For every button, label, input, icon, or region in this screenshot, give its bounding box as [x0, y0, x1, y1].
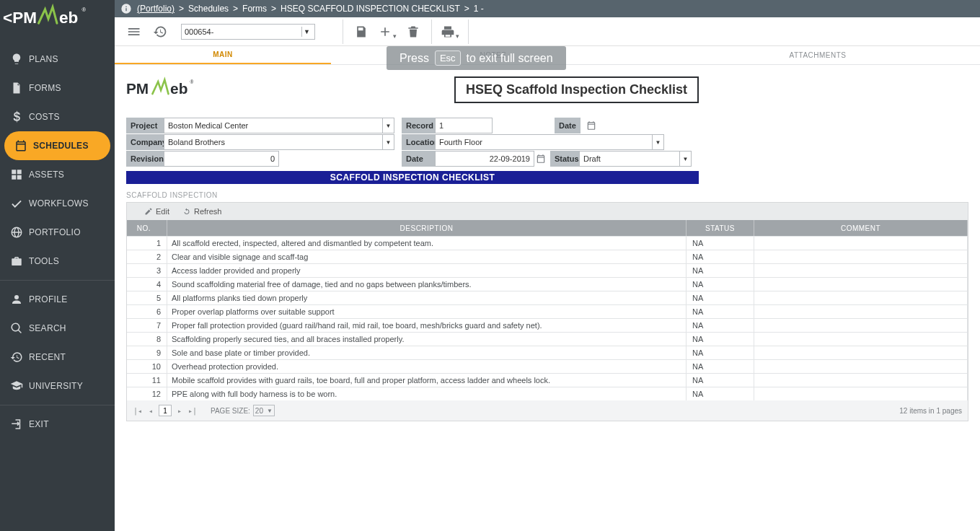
- cell-description: All scaffold erected, inspected, altered…: [167, 237, 687, 250]
- calendar-icon: [14, 139, 33, 152]
- sidebar-item-label: SCHEDULES: [33, 141, 89, 151]
- sidebar-item-costs[interactable]: COSTS: [0, 102, 115, 131]
- cell-description: Sole and base plate or timber provided.: [167, 346, 687, 359]
- cell-comment: [754, 360, 968, 373]
- add-icon[interactable]: ▾: [375, 19, 399, 44]
- sidebar-item-workflows[interactable]: WORKFLOWS: [0, 189, 115, 218]
- chevron-down-icon[interactable]: ▼: [679, 152, 691, 166]
- dollar-icon: [10, 110, 29, 123]
- sidebar-item-plans[interactable]: PLANS: [0, 45, 115, 74]
- input-record[interactable]: 1: [435, 118, 493, 133]
- history-icon[interactable]: [148, 19, 172, 44]
- record-selector[interactable]: 000654- ▼: [181, 24, 315, 40]
- input-date[interactable]: 22-09-2019: [435, 151, 534, 167]
- pager-prev-icon[interactable]: ◂: [146, 407, 156, 415]
- sidebar-item-portfolio[interactable]: PORTFOLIO: [0, 218, 115, 247]
- svg-text:eb: eb: [59, 9, 78, 27]
- save-icon[interactable]: [349, 19, 374, 44]
- pager-page-input[interactable]: [159, 405, 172, 416]
- grid-edit-button[interactable]: Edit: [144, 207, 169, 216]
- breadcrumb-separator: >: [464, 4, 469, 14]
- page-size-label: PAGE SIZE:: [211, 407, 250, 415]
- table-row[interactable]: 5All platforms planks tied down properly…: [127, 291, 968, 304]
- breadcrumb-item[interactable]: Schedules: [188, 4, 229, 14]
- history-icon: [10, 351, 29, 364]
- delete-icon[interactable]: [401, 19, 425, 44]
- sidebar-item-tools[interactable]: TOOLS: [0, 247, 115, 276]
- chevron-down-icon[interactable]: ▼: [382, 118, 394, 133]
- input-project[interactable]: Boston Medical Center ▼: [164, 118, 394, 133]
- cell-no: 9: [127, 346, 167, 359]
- sidebar-item-exit[interactable]: EXIT: [0, 410, 115, 439]
- input-status[interactable]: Draft ▼: [579, 151, 692, 167]
- breadcrumb-item[interactable]: 1 -: [474, 4, 484, 14]
- sidebar-item-forms[interactable]: FORMS: [0, 74, 115, 102]
- sidebar-item-profile[interactable]: PROFILE: [0, 285, 115, 314]
- sidebar-item-assets[interactable]: ASSETS: [0, 160, 115, 189]
- list-toggle-icon[interactable]: [122, 19, 146, 44]
- table-row[interactable]: 9Sole and base plate or timber provided.…: [127, 346, 968, 359]
- table-row[interactable]: 3Access ladder provided and properlyNA: [127, 263, 968, 277]
- cell-description: Access ladder provided and properly: [167, 264, 687, 277]
- sidebar: <PM eb ® PLANSFORMSCOSTSSCHEDULESASSETSW…: [0, 0, 115, 531]
- section-label: SCAFFOLD INSPECTION: [126, 191, 968, 199]
- grad-icon: [10, 379, 29, 392]
- table-row[interactable]: 12PPE along with full body harness is to…: [127, 387, 968, 400]
- col-header-no[interactable]: NO.: [127, 220, 167, 236]
- table-row[interactable]: 7Proper fall protection provided (guard …: [127, 318, 968, 332]
- input-company[interactable]: Boland Brothers ▼: [164, 134, 394, 150]
- chevron-down-icon[interactable]: ▼: [382, 135, 394, 149]
- page-size-select[interactable]: 20▼: [253, 405, 275, 416]
- sidebar-item-recent[interactable]: RECENT: [0, 343, 115, 372]
- breadcrumb-item[interactable]: (Portfolio): [137, 4, 175, 14]
- grid-refresh-button[interactable]: Refresh: [182, 207, 222, 216]
- breadcrumb-item[interactable]: HSEQ SCAFFOLD INSPECTION CHECKLIST: [281, 4, 460, 14]
- calendar-icon[interactable]: [534, 151, 547, 167]
- input-revision[interactable]: 0: [164, 151, 279, 167]
- print-icon[interactable]: ▾: [438, 19, 462, 44]
- chevron-down-icon[interactable]: ▼: [301, 27, 312, 37]
- cell-comment: [754, 264, 968, 277]
- table-row[interactable]: 8Scaffolding properly secured ties, and …: [127, 332, 968, 346]
- input-location[interactable]: Fourth Floor ▼: [435, 134, 664, 150]
- cell-status: NA: [687, 374, 754, 387]
- pager-next-icon[interactable]: ▸: [175, 407, 185, 415]
- sidebar-item-label: SEARCH: [29, 323, 66, 333]
- table-row[interactable]: 4Sound scaffolding material free of dama…: [127, 277, 968, 291]
- label-record: Record: [402, 118, 435, 133]
- table-row[interactable]: 1All scaffold erected, inspected, altere…: [127, 236, 968, 250]
- cell-comment: [754, 333, 968, 346]
- table-row[interactable]: 6Proper overlap platforms over suitable …: [127, 304, 968, 318]
- info-icon[interactable]: [120, 3, 135, 14]
- calendar-icon[interactable]: [585, 118, 598, 133]
- cell-no: 10: [127, 360, 167, 373]
- label-project: Project: [126, 118, 164, 133]
- col-header-status[interactable]: STATUS: [687, 220, 754, 236]
- content-area: PM eb ® HSEQ Scaffold Inspection Checkli…: [115, 65, 980, 531]
- sidebar-item-label: EXIT: [29, 419, 49, 429]
- sidebar-item-university[interactable]: UNIVERSITY: [0, 372, 115, 400]
- cell-no: 7: [127, 319, 167, 332]
- table-row[interactable]: 10Overhead protection provided.NA: [127, 359, 968, 373]
- cell-no: 6: [127, 305, 167, 318]
- tab-attachments[interactable]: ATTACHMENTS: [655, 46, 980, 64]
- cell-description: Clear and visible signage and scaff-tag: [167, 250, 687, 263]
- cell-no: 5: [127, 291, 167, 304]
- col-header-comment[interactable]: COMMENT: [754, 220, 968, 236]
- pager-first-icon[interactable]: |◂: [133, 407, 143, 415]
- cell-status: NA: [687, 264, 754, 277]
- toolbar: 000654- ▼ ▾ ▾: [115, 17, 980, 46]
- sidebar-item-label: UNIVERSITY: [29, 381, 83, 391]
- breadcrumb-item[interactable]: Forms: [242, 4, 267, 14]
- file-icon: [10, 82, 29, 95]
- col-header-description[interactable]: DESCRIPTION: [167, 220, 687, 236]
- chevron-down-icon[interactable]: ▼: [652, 135, 663, 149]
- sidebar-item-schedules[interactable]: SCHEDULES: [4, 131, 110, 160]
- pager-last-icon[interactable]: ▸|: [187, 407, 198, 415]
- cell-description: Scaffolding properly secured ties, and a…: [167, 333, 687, 346]
- sidebar-item-search[interactable]: SEARCH: [0, 314, 115, 343]
- sidebar-item-label: WORKFLOWS: [29, 198, 89, 209]
- tab-main[interactable]: MAIN: [115, 46, 331, 64]
- table-row[interactable]: 2Clear and visible signage and scaff-tag…: [127, 250, 968, 263]
- table-row[interactable]: 11Mobile scaffold provides with guard ra…: [127, 373, 968, 387]
